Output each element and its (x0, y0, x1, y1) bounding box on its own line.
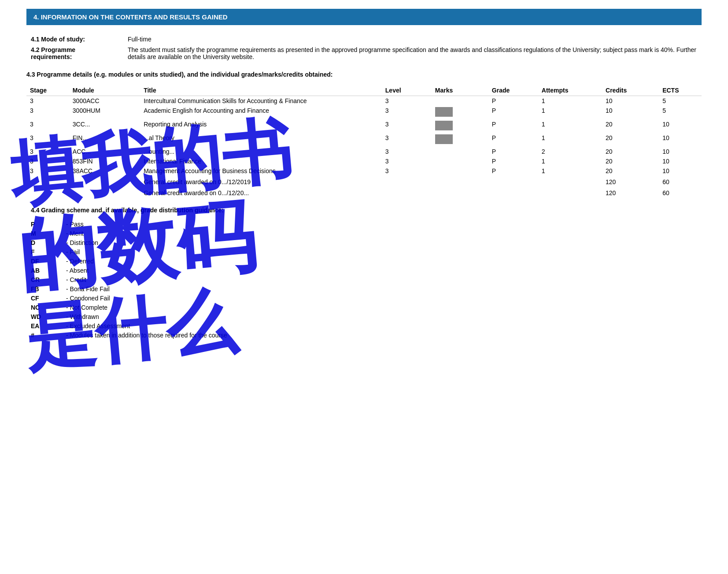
cell-ects: 5 (659, 106, 702, 119)
cell-level: 3 (382, 133, 432, 147)
col-ects-header: ECTS (659, 85, 702, 96)
page-container: 4. INFORMATION ON THE CONTENTS AND RESUL… (0, 0, 728, 350)
cell-ects: 10 (659, 133, 702, 147)
col-module-header: Module (69, 85, 140, 96)
grade-code: CR (31, 276, 66, 283)
grade-code: WD (31, 313, 66, 320)
grading-title: 4.4 Grading scheme and, if available, gr… (31, 207, 697, 214)
cell-attempts: 1 (538, 166, 602, 176)
col-grade-header: Grade (488, 85, 538, 96)
marks-redacted-box (435, 121, 453, 130)
table-row: 3 3000ACC Intercultural Communication Sk… (26, 96, 702, 106)
programme-requirements-row: 4.2 Programme requirements: The student … (31, 46, 697, 60)
cell-stage: 3 (26, 119, 69, 133)
cell-stage: 3 (26, 106, 69, 119)
grade-code: D (31, 239, 66, 246)
grade-item: AB - Absent (31, 267, 697, 274)
cell-grade: P (488, 96, 538, 106)
grade-item: P - Pass (31, 221, 697, 228)
cell-marks (432, 166, 488, 176)
section-header: 4. INFORMATION ON THE CONTENTS AND RESUL… (26, 9, 702, 25)
grade-code: P (31, 221, 66, 228)
cell-level: 3 (382, 96, 432, 106)
cell-attempts: 1 (538, 156, 602, 166)
col-level-header: Level (382, 85, 432, 96)
mode-of-study-value: Full-time (128, 36, 697, 43)
grade-item: EA - Excluded Assessment (31, 322, 697, 330)
table-row: 3 3CC... Reporting and Analysis 3 P 1 20… (26, 119, 702, 133)
grade-code: NC (31, 304, 66, 311)
cell-gc-ects: 60 (659, 187, 702, 198)
col-attempts-header: Attempts (538, 85, 602, 96)
grade-desc: - Bona Fide Fail (66, 285, 697, 293)
grade-desc: - Excluded Assessment (66, 322, 697, 330)
grade-code: M (31, 230, 66, 237)
cell-attempts: 1 (538, 106, 602, 119)
grade-desc: - Absent (66, 267, 697, 274)
cell-gc-empty (26, 187, 140, 198)
cell-level: 3 (382, 119, 432, 133)
col-credits-header: Credits (602, 85, 659, 96)
col-marks-header: Marks (432, 85, 488, 96)
cell-marks (432, 156, 488, 166)
cell-marks (432, 96, 488, 106)
cell-credits: 20 (602, 133, 659, 147)
section-header-text: 4. INFORMATION ON THE CONTENTS AND RESUL… (33, 13, 228, 21)
cell-ects: 10 (659, 166, 702, 176)
col-title-header: Title (140, 85, 382, 96)
table-row: 3 38ACC Management Accounting for Busine… (26, 166, 702, 176)
cell-credits: 10 (602, 96, 659, 106)
cell-level: 3 (382, 147, 432, 156)
grade-code: F (31, 248, 66, 256)
grade-code: FB (31, 285, 66, 293)
grade-item: DF - Deferred (31, 258, 697, 265)
marks-redacted-box (435, 107, 453, 117)
grade-desc: - Fail (66, 248, 697, 256)
cell-module: FIN... (69, 133, 140, 147)
grade-desc: - Modules taken in addition to those req… (66, 332, 697, 339)
grading-section: 4.4 Grading scheme and, if available, gr… (26, 207, 702, 339)
cell-module: ACC... (69, 147, 140, 156)
cell-ects: 10 (659, 156, 702, 166)
cell-stage: 3 (26, 166, 69, 176)
grade-desc: - Withdrawn (66, 313, 697, 320)
cell-title: Intercultural Communication Skills for A… (140, 96, 382, 106)
programme-table: Stage Module Title Level Marks Grade Att… (26, 85, 702, 198)
mode-of-study-row: 4.1 Mode of study: Full-time (31, 36, 697, 43)
grade-code: AB (31, 267, 66, 274)
cell-marks (432, 119, 488, 133)
cell-credits: 20 (602, 156, 659, 166)
grade-desc: - Merit (66, 230, 697, 237)
cell-level: 3 (382, 106, 432, 119)
grade-item: D - Distinction (31, 239, 697, 246)
cell-module: 853FIN (69, 156, 140, 166)
grade-desc: - Condoned Fail (66, 295, 697, 302)
grade-desc: - Credit (66, 276, 697, 283)
cell-module: 3000ACC (69, 96, 140, 106)
cell-module: 3000HUM (69, 106, 140, 119)
table-row: 3 FIN... ...al Theory 3 P 1 20 10 (26, 133, 702, 147)
cell-grade: P (488, 119, 538, 133)
cell-stage: 3 (26, 96, 69, 106)
cell-module: 3CC... (69, 119, 140, 133)
grading-items: P - Pass M - Merit D - Distinction F - F… (31, 221, 697, 339)
cell-gc-empty (26, 176, 140, 187)
cell-stage: 3 (26, 147, 69, 156)
grade-item: M - Merit (31, 230, 697, 237)
cell-grade: P (488, 147, 538, 156)
cell-attempts: 1 (538, 133, 602, 147)
grade-desc: - Deferred (66, 258, 697, 265)
cell-title: ...ountíng... (140, 147, 382, 156)
grade-desc: - Distinction (66, 239, 697, 246)
cell-stage: 3 (26, 156, 69, 166)
cell-ects: 10 (659, 147, 702, 156)
cell-title: Academic English for Accounting and Fina… (140, 106, 382, 119)
general-credit-row: General credit awarded on 0.../12/20... … (26, 187, 702, 198)
programme-requirements-value: The student must satisfy the programme r… (128, 46, 697, 60)
cell-credits: 20 (602, 147, 659, 156)
programme-details-title: 4.3 Programme details (e.g. modules or u… (26, 71, 702, 78)
cell-attempts: 1 (538, 96, 602, 106)
col-stage-header: Stage (26, 85, 69, 96)
cell-module: 38ACC (69, 166, 140, 176)
cell-ects: 10 (659, 119, 702, 133)
